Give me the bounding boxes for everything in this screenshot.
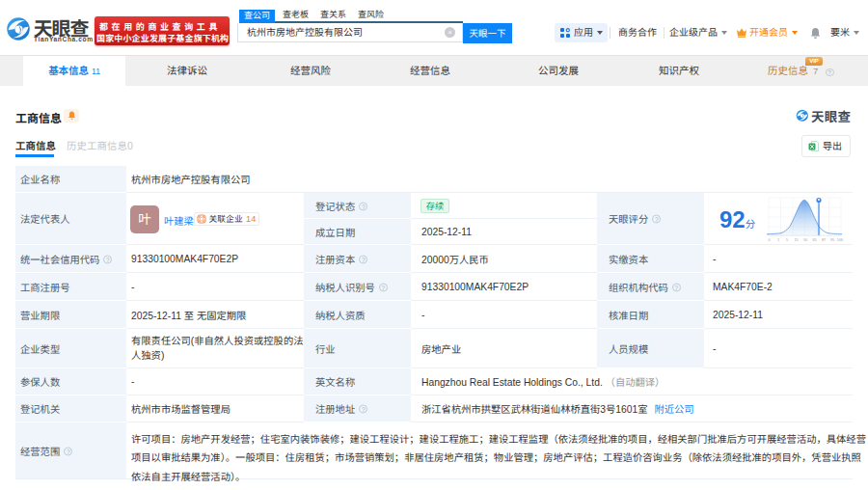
svg-text:1: 1 <box>777 238 779 242</box>
svg-text:50: 50 <box>803 238 807 242</box>
svg-text:87: 87 <box>822 238 826 242</box>
svg-text:100: 100 <box>837 238 843 242</box>
svg-text:5: 5 <box>786 238 788 242</box>
svg-text:0: 0 <box>768 238 770 242</box>
svg-text:15: 15 <box>794 238 798 242</box>
svg-text:65: 65 <box>812 238 816 242</box>
svg-text:95: 95 <box>830 238 834 242</box>
